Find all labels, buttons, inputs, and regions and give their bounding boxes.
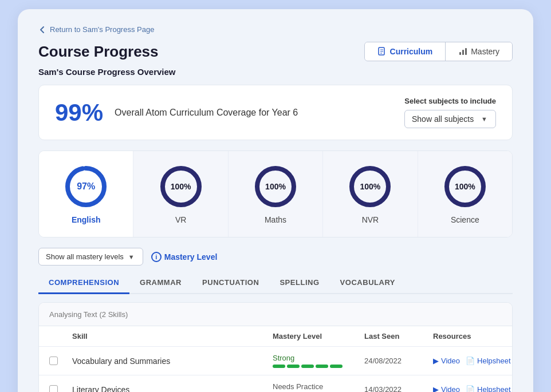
table-row: Literary Devices Needs Practice 14/03/20…: [39, 375, 512, 392]
controls-row: Show all mastery levels ▼ i Mastery Leve…: [38, 248, 513, 266]
select-subjects-label: Select subjects to include: [404, 97, 496, 105]
header-row: Course Progress Curriculum Mastery: [38, 42, 513, 61]
science-donut: 100%: [442, 164, 488, 209]
mastery-tab[interactable]: Mastery: [446, 42, 512, 61]
skills-section-header: Analysing Text (2 Skills): [39, 303, 512, 326]
coverage-percent: 99%: [55, 99, 103, 126]
table-header: Skill Mastery Level Last Seen Resources: [39, 326, 512, 347]
overview-subtitle: Sam's Course Progress Overview: [38, 67, 513, 77]
page-title: Course Progress: [38, 43, 159, 61]
nvr-label: NVR: [362, 215, 379, 224]
col-skill: Skill: [72, 332, 273, 340]
tab-punctuation[interactable]: PUNCTUATION: [192, 272, 269, 294]
science-percent: 100%: [455, 182, 475, 191]
row1-last-seen: 24/08/2022: [364, 357, 433, 365]
english-label: English: [72, 215, 101, 224]
bar-seg: [330, 365, 343, 368]
document-icon: [377, 47, 387, 56]
col-resources: Resources: [433, 332, 502, 340]
bar-chart-icon: [458, 47, 467, 56]
subjects-row: 97% English 100% VR 100%: [38, 151, 513, 237]
skills-table: Analysing Text (2 Skills) Skill Mastery …: [38, 302, 513, 392]
bar-seg: [273, 365, 285, 368]
mastery-level-link[interactable]: i Mastery Level: [151, 252, 218, 262]
row2-video-link[interactable]: ▶ Video: [433, 385, 460, 392]
document-icon: 📄: [466, 385, 475, 392]
nvr-percent: 100%: [360, 182, 381, 191]
bar-seg: [316, 365, 328, 368]
col-checkbox: [49, 332, 72, 340]
maths-donut: 100%: [253, 164, 298, 209]
info-icon: i: [151, 252, 162, 262]
row2-helpsheet-link[interactable]: 📄 Helpsheet: [466, 385, 511, 392]
table-row: Vocabulary and Summaries Strong 24/08/20…: [39, 347, 512, 375]
row2-mastery-label: Needs Practice: [273, 382, 364, 391]
row1-checkbox[interactable]: [49, 357, 58, 365]
chevron-down-icon: ▼: [128, 254, 135, 260]
subject-science[interactable]: 100% Science: [418, 151, 512, 237]
coverage-box: 99% Overall Atom Curriculum Coverage for…: [38, 85, 513, 140]
row1-checkbox-cell: [49, 357, 72, 365]
row2-last-seen: 14/03/2022: [364, 385, 433, 392]
subjects-dropdown[interactable]: Show all subjects ▼: [404, 110, 496, 128]
col-last-seen: Last Seen: [364, 332, 433, 340]
row1-video-link[interactable]: ▶ Video: [433, 357, 460, 365]
subject-english[interactable]: 97% English: [39, 151, 133, 237]
back-link[interactable]: Return to Sam's Progress Page: [38, 25, 513, 34]
row2-mastery: Needs Practice: [273, 382, 364, 392]
tab-vocabulary[interactable]: VOCABULARY: [330, 272, 406, 294]
row2-checkbox-cell: [49, 385, 72, 392]
coverage-left: 99% Overall Atom Curriculum Coverage for…: [55, 99, 298, 126]
row1-skill: Vocabulary and Summaries: [72, 357, 273, 366]
document-icon: 📄: [466, 357, 475, 365]
main-card: Return to Sam's Progress Page Course Pro…: [18, 9, 533, 392]
subject-nvr[interactable]: 100% NVR: [323, 151, 418, 237]
subject-vr[interactable]: 100% VR: [133, 151, 228, 237]
curriculum-tab[interactable]: Curriculum: [365, 42, 446, 61]
row1-resources: ▶ Video 📄 Helpsheet: [433, 357, 502, 365]
nvr-donut: 100%: [347, 164, 393, 209]
bar-seg: [301, 365, 314, 368]
play-icon: ▶: [433, 385, 439, 392]
view-tab-buttons: Curriculum Mastery: [364, 42, 513, 61]
chevron-down-icon: ▼: [481, 116, 487, 122]
row1-helpsheet-link[interactable]: 📄 Helpsheet: [466, 357, 511, 365]
science-label: Science: [451, 215, 479, 224]
maths-percent: 100%: [265, 182, 286, 191]
row2-skill: Literary Devices: [72, 385, 273, 393]
vr-label: VR: [175, 215, 186, 224]
mastery-levels-dropdown[interactable]: Show all mastery levels ▼: [38, 248, 143, 266]
svg-rect-4: [459, 52, 461, 55]
vr-percent: 100%: [171, 182, 191, 191]
arrow-left-icon: [38, 26, 46, 34]
skill-tabs: COMPREHENSION GRAMMAR PUNCTUATION SPELLI…: [38, 272, 513, 294]
svg-rect-5: [462, 50, 464, 55]
subject-maths[interactable]: 100% Maths: [229, 151, 323, 237]
play-icon: ▶: [433, 357, 439, 365]
svg-rect-6: [465, 48, 467, 55]
english-donut: 97%: [63, 164, 109, 209]
row1-mastery: Strong: [273, 354, 364, 368]
english-percent: 97%: [77, 181, 95, 192]
tab-comprehension[interactable]: COMPREHENSION: [38, 272, 129, 294]
row2-resources: ▶ Video 📄 Helpsheet: [433, 385, 502, 392]
coverage-label: Overall Atom Curriculum Coverage for Yea…: [115, 108, 298, 118]
col-mastery: Mastery Level: [273, 332, 364, 340]
vr-donut: 100%: [158, 164, 204, 209]
maths-label: Maths: [265, 215, 286, 224]
tab-grammar[interactable]: GRAMMAR: [129, 272, 192, 294]
coverage-right: Select subjects to include Show all subj…: [404, 97, 496, 128]
row1-mastery-bar: [273, 365, 364, 368]
row2-checkbox[interactable]: [49, 385, 58, 392]
row1-mastery-label: Strong: [273, 354, 364, 362]
tab-spelling[interactable]: SPELLING: [269, 272, 329, 294]
bar-seg: [287, 365, 300, 368]
